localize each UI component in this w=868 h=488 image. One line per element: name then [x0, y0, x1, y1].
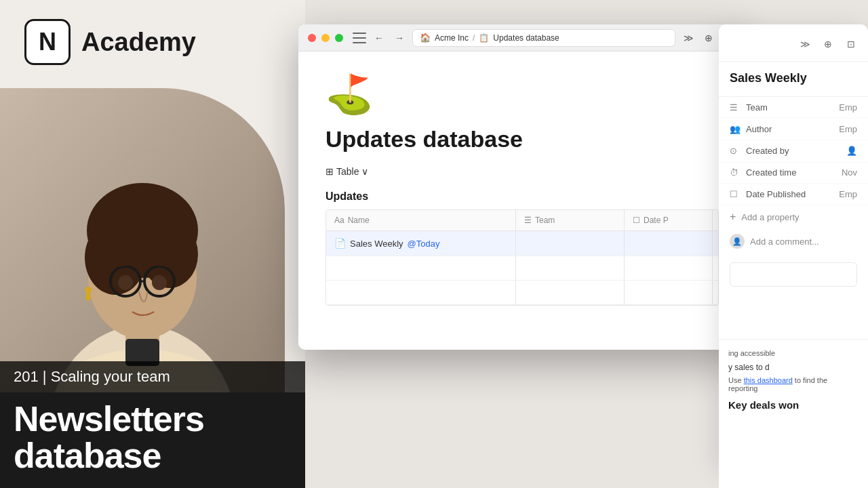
property-row-created-by[interactable]: ⊙ Created by 👤 — [719, 140, 868, 162]
author-property-icon: 👥 — [730, 124, 741, 134]
date-published-property-icon: ☐ — [730, 189, 741, 199]
team-col-icon: ☰ — [524, 216, 532, 225]
created-by-property-label: Created by — [746, 146, 841, 156]
page-icon: 📋 — [479, 33, 489, 43]
empty-row-1 — [326, 256, 718, 281]
table-container: Aa Name ☰ Team ☐ Date P 📄 Sales Weekly @… — [326, 209, 719, 306]
date-published-property-value: Emp — [839, 189, 857, 199]
table-view-icon: ⊞ — [326, 166, 334, 177]
sidebar-layout-btn[interactable]: ⊡ — [842, 35, 860, 53]
comment-input-box[interactable] — [730, 262, 857, 287]
add-property-icon: + — [730, 211, 736, 223]
property-row-created-time[interactable]: ⏱ Created time Nov — [719, 162, 868, 184]
cell-date — [625, 231, 713, 256]
svg-point-11 — [85, 287, 92, 293]
property-row-author[interactable]: 👥 Author Emp — [719, 119, 868, 140]
created-by-property-value: 👤 — [846, 146, 857, 156]
svg-point-12 — [85, 293, 91, 301]
subtitle-bar: 201 | Scaling your team — [0, 361, 305, 392]
address-bar[interactable]: 🏠 Acme Inc / 📋 Updates database — [412, 29, 675, 47]
browser-window: ← → 🏠 Acme Inc / 📋 Updates database ≫ ⊕ … — [298, 24, 746, 350]
breadcrumb-workspace: Acme Inc — [435, 33, 469, 43]
col-header-name: Aa Name — [326, 210, 516, 230]
breadcrumb-separator: / — [473, 33, 475, 43]
view-label: Table — [336, 166, 359, 177]
page-emoji: ⛳ — [326, 72, 719, 117]
comment-avatar: 👤 — [730, 234, 745, 249]
team-property-icon: ☰ — [730, 102, 741, 113]
back-button[interactable]: ← — [372, 30, 387, 45]
share-icon[interactable]: ⊕ — [701, 30, 716, 45]
add-property-row[interactable]: + Add a property — [719, 205, 868, 228]
add-property-label: Add a property — [741, 212, 799, 222]
page-title: Updates database — [326, 126, 719, 152]
created-time-property-label: Created time — [746, 167, 836, 178]
svg-point-5 — [141, 220, 198, 288]
bottom-right-content: ing accessible y sales to d Use this das… — [719, 339, 868, 488]
team-property-value: Emp — [839, 102, 857, 113]
notion-header: N Academy — [24, 19, 196, 65]
home-icon: 🏠 — [420, 33, 431, 43]
date-published-property-label: Date Published — [746, 189, 833, 199]
title-bar: Newsletters database — [0, 392, 305, 488]
sales-to-text: y sales to d — [728, 363, 859, 372]
created-time-property-value: Nov — [842, 167, 857, 178]
browser-content: ⛳ Updates database ⊞ Table ∨ Updates Aa … — [298, 52, 746, 326]
property-row-team[interactable]: ☰ Team Emp — [719, 97, 868, 119]
created-time-property-icon: ⏱ — [730, 167, 741, 178]
svg-point-9 — [118, 275, 133, 290]
notion-logo-icon: N — [24, 19, 71, 65]
text-overlay-container: 201 | Scaling your team Newsletters data… — [0, 361, 305, 488]
traffic-light-green[interactable] — [335, 34, 343, 42]
comment-row[interactable]: 👤 Add a comment... — [719, 228, 868, 254]
author-property-value: Emp — [839, 124, 857, 134]
created-by-property-icon: ⊙ — [730, 146, 741, 156]
date-col-icon: ☐ — [633, 216, 640, 225]
dashboard-link[interactable]: this dashboard — [744, 376, 793, 384]
subtitle-text: 201 | Scaling your team — [14, 368, 170, 385]
view-selector[interactable]: ⊞ Table ∨ — [326, 166, 719, 177]
sidebar-page-title: Sales Weekly — [719, 62, 868, 97]
property-row-date-published[interactable]: ☐ Date Published Emp — [719, 184, 868, 205]
sidebar-toolbar: ≫ ⊕ ⊡ — [719, 35, 868, 62]
main-title: Newsletters database — [14, 401, 292, 474]
doc-icon: 📄 — [334, 238, 346, 249]
col-header-team: ☰ Team — [516, 210, 625, 230]
col-header-date: ☐ Date P — [625, 210, 713, 230]
forward-button[interactable]: → — [392, 30, 407, 45]
section-label: Updates — [326, 190, 719, 203]
name-col-icon: Aa — [334, 216, 344, 225]
traffic-light-red[interactable] — [308, 34, 316, 42]
cell-name: 📄 Sales Weekly @Today — [326, 231, 516, 256]
academy-label: Academy — [81, 28, 196, 57]
team-property-label: Team — [746, 102, 833, 113]
sidebar-expand-btn[interactable]: ≫ — [796, 35, 814, 53]
sidebar-share-btn[interactable]: ⊕ — [819, 35, 837, 53]
use-dashboard-text: Use this dashboard to find the reporting — [728, 376, 859, 392]
browser-toolbar: ← → 🏠 Acme Inc / 📋 Updates database ≫ ⊕ … — [298, 24, 746, 52]
traffic-light-yellow[interactable] — [321, 34, 330, 42]
svg-point-4 — [85, 220, 146, 295]
expand-icon[interactable]: ≫ — [681, 30, 696, 45]
table-row[interactable]: 📄 Sales Weekly @Today — [326, 231, 718, 256]
view-chevron-icon: ∨ — [361, 166, 368, 177]
left-panel: N Academy — [0, 0, 305, 488]
cell-team — [516, 231, 625, 256]
comment-label: Add a comment... — [750, 237, 819, 247]
today-tag: @Today — [408, 239, 440, 249]
table-header: Aa Name ☰ Team ☐ Date P — [326, 210, 718, 231]
author-property-label: Author — [746, 124, 833, 134]
key-deals-heading: Key deals won — [728, 399, 859, 411]
svg-point-10 — [152, 275, 167, 290]
breadcrumb-page: Updates database — [493, 33, 559, 43]
accessible-text: ing accessible — [728, 349, 859, 357]
empty-row-2 — [326, 281, 718, 305]
hamburger-menu-icon[interactable] — [353, 33, 366, 43]
